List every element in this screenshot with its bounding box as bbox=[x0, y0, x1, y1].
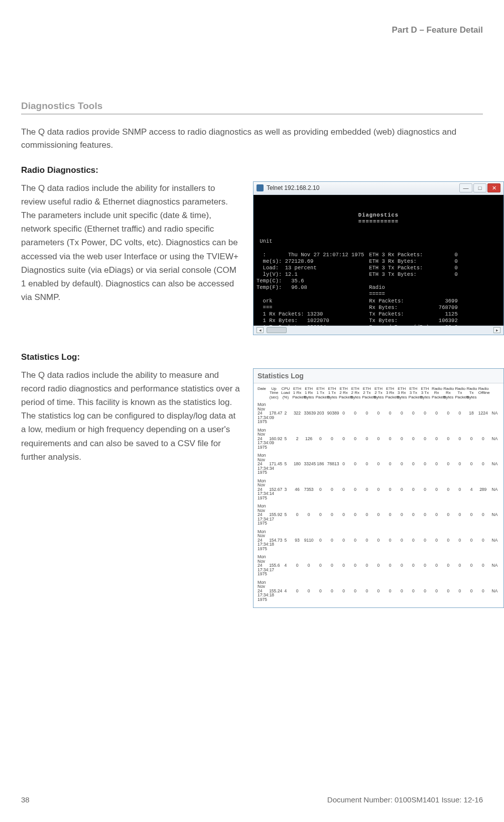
cell: 0 bbox=[442, 553, 454, 578]
cell: 0 bbox=[385, 477, 396, 502]
table-row: Mon Nov 24 17:34:09 1975160.925212600000… bbox=[257, 426, 500, 452]
cell: 0 bbox=[408, 528, 419, 553]
cell: 0 bbox=[477, 426, 489, 452]
horizontal-scrollbar[interactable]: ◂ ▸ bbox=[254, 326, 503, 335]
statistics-log-body: The Q data radios include the ability to… bbox=[21, 368, 242, 464]
cell: 0 bbox=[372, 502, 384, 528]
cell: 0 bbox=[326, 553, 338, 578]
table-header-cell: ETH 2 Rx Packets bbox=[338, 386, 349, 400]
cell: 0 bbox=[419, 502, 431, 528]
cell: 0 bbox=[361, 451, 372, 477]
cell: 0 bbox=[303, 578, 315, 604]
table-row: Mon Nov 24 17:34:14 1975152.673467353000… bbox=[257, 477, 500, 502]
cell: 154.73 bbox=[268, 528, 280, 553]
cell: 0 bbox=[431, 400, 442, 426]
cell: 0 bbox=[408, 578, 419, 604]
scroll-right-arrow-icon[interactable]: ▸ bbox=[493, 327, 500, 333]
cell: NA bbox=[489, 553, 500, 578]
cell: 0 bbox=[454, 528, 465, 553]
cell: 0 bbox=[338, 451, 349, 477]
table-header-cell: Radio Offline bbox=[477, 386, 489, 400]
cell: 0 bbox=[419, 477, 431, 502]
table-header-row: DateUp Time (sec)CPU Load (%)ETH 1 Rx Pa… bbox=[257, 386, 500, 400]
cell: 289 bbox=[477, 477, 489, 502]
cell: 0 bbox=[315, 502, 326, 528]
cell: 4 bbox=[280, 553, 291, 578]
cell: 0 bbox=[396, 477, 408, 502]
table-header-cell: ETH 2 Tx Packets bbox=[361, 386, 372, 400]
cell: 0 bbox=[408, 502, 419, 528]
cell: 0 bbox=[326, 426, 338, 452]
scroll-thumb[interactable] bbox=[267, 327, 287, 333]
cell: 0 bbox=[385, 578, 396, 604]
cell: 0 bbox=[315, 477, 326, 502]
cell: 0 bbox=[454, 502, 465, 528]
cell: NA bbox=[489, 451, 500, 477]
terminal-right-column: ETH 3 Rx Packets: 0 ETH 3 Rx Bytes: 0 ET… bbox=[369, 238, 467, 325]
cell: 0 bbox=[372, 451, 384, 477]
cell: 0 bbox=[385, 502, 396, 528]
cell: 0 bbox=[303, 502, 315, 528]
date-cell: Mon Nov 24 17:34:18 1975 bbox=[257, 578, 268, 604]
cell: 0 bbox=[349, 426, 361, 452]
statistics-log-title: Statistics Log bbox=[254, 369, 503, 383]
date-cell: Mon Nov 24 17:34:17 1975 bbox=[257, 553, 268, 578]
date-cell: Mon Nov 24 17:34:18 1975 bbox=[257, 528, 268, 553]
cell: 178.47 bbox=[268, 400, 280, 426]
cell: 4 bbox=[466, 477, 477, 502]
cell: 0 bbox=[419, 426, 431, 452]
cell: 0 bbox=[477, 578, 489, 604]
date-cell: Mon Nov 24 17:34:34 1975 bbox=[257, 451, 268, 477]
cell: NA bbox=[489, 502, 500, 528]
cell: 0 bbox=[385, 400, 396, 426]
cell: 0 bbox=[477, 528, 489, 553]
table-header-cell: ETH 1 Tx Packets bbox=[315, 386, 326, 400]
cell: 0 bbox=[442, 578, 454, 604]
cell: 0 bbox=[396, 578, 408, 604]
cell: 0 bbox=[419, 578, 431, 604]
cell: 0 bbox=[361, 400, 372, 426]
minimize-button[interactable]: — bbox=[459, 183, 472, 192]
cell: 0 bbox=[419, 553, 431, 578]
cell: 0 bbox=[338, 400, 349, 426]
cell: 33245 bbox=[303, 451, 315, 477]
close-button[interactable]: ✕ bbox=[487, 183, 500, 192]
cell: 126 bbox=[303, 426, 315, 452]
cell: 0 bbox=[442, 477, 454, 502]
cell: 0 bbox=[291, 502, 303, 528]
cell: 0 bbox=[385, 528, 396, 553]
scroll-left-arrow-icon[interactable]: ◂ bbox=[257, 327, 264, 333]
radio-diagnostics-body: The Q data radios include the ability fo… bbox=[21, 181, 242, 304]
cell: 0 bbox=[454, 451, 465, 477]
cell: 0 bbox=[454, 553, 465, 578]
maximize-button[interactable]: □ bbox=[473, 183, 486, 192]
cell: 0 bbox=[349, 578, 361, 604]
cell: 0 bbox=[315, 528, 326, 553]
cell: 33639 bbox=[303, 400, 315, 426]
cell: 0 bbox=[372, 477, 384, 502]
cell: 0 bbox=[454, 426, 465, 452]
table-row: Mon Nov 24 17:34:09 1975178.472322336392… bbox=[257, 400, 500, 426]
section-title: Diagnostics Tools bbox=[21, 100, 483, 115]
cell: 0 bbox=[396, 502, 408, 528]
cell: 0 bbox=[338, 553, 349, 578]
cell: 180 bbox=[291, 451, 303, 477]
cell: 0 bbox=[442, 502, 454, 528]
table-header-cell: ETH 1 Rx Packets bbox=[291, 386, 303, 400]
cell: 1224 bbox=[477, 400, 489, 426]
table-header-cell: ETH 1 Tx Bytes bbox=[326, 386, 338, 400]
cell: 0 bbox=[396, 426, 408, 452]
cell: 0 bbox=[466, 528, 477, 553]
table-header-cell: Radio Tx Bytes bbox=[466, 386, 477, 400]
cell: 93 bbox=[291, 528, 303, 553]
cell: 0 bbox=[385, 426, 396, 452]
terminal-output: Diagnostics=========== Unit : Thu Nov 27… bbox=[254, 195, 503, 326]
date-cell: Mon Nov 24 17:34:14 1975 bbox=[257, 477, 268, 502]
cell: NA bbox=[489, 578, 500, 604]
cell: 0 bbox=[349, 477, 361, 502]
cell: 0 bbox=[466, 426, 477, 452]
table-row: Mon Nov 24 17:34:17 1975155.925000000000… bbox=[257, 502, 500, 528]
cell: 0 bbox=[454, 578, 465, 604]
cell: 2 bbox=[291, 426, 303, 452]
table-header-cell: Up Time (sec) bbox=[268, 386, 280, 400]
